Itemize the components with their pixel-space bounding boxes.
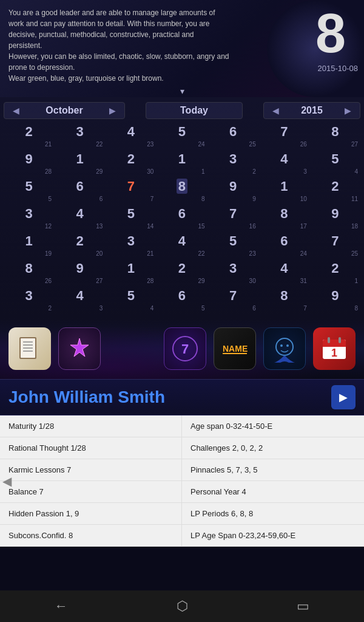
cal-main-number: 8 (331, 124, 339, 139)
recent-button[interactable]: ▭ (297, 598, 309, 614)
cal-main-number: 5 (229, 233, 237, 248)
cal-main-number: 7 (127, 179, 135, 194)
calendar-cell[interactable]: 43 (55, 287, 105, 313)
calendar-cell[interactable]: 99 (208, 177, 258, 204)
calendar-cell[interactable]: 524 (157, 123, 207, 149)
calendar-cell[interactable]: 88 (157, 177, 207, 204)
cal-sub-number: 11 (351, 196, 358, 202)
app-book[interactable] (8, 327, 51, 370)
calendar-cell[interactable]: 514 (106, 205, 156, 231)
calendar-cell[interactable]: 615 (157, 205, 207, 231)
cal-main-number: 2 (76, 233, 84, 248)
calendar-cell[interactable]: 624 (259, 232, 309, 259)
cal-sub-number: 1 (354, 278, 358, 284)
calendar-cell[interactable]: 110 (259, 177, 309, 204)
month-prev-arrow[interactable]: ◀ (9, 106, 23, 115)
cal-sub-number: 8 (354, 305, 358, 312)
calendar-cell[interactable]: 230 (106, 150, 156, 177)
calendar-cell[interactable]: 918 (310, 205, 360, 231)
calendar-cell[interactable]: 76 (208, 287, 258, 313)
app-calendar2[interactable]: 1 (313, 327, 356, 370)
calendar-cell[interactable]: 625 (208, 123, 258, 149)
calendar-cell[interactable]: 321 (106, 232, 156, 259)
calendar-cell[interactable]: 98 (310, 287, 360, 313)
svg-point-12 (276, 338, 293, 355)
cal-main-number: 4 (280, 151, 288, 166)
today-nav[interactable]: Today (146, 102, 243, 119)
month-next-arrow[interactable]: ▶ (106, 106, 120, 115)
year-next-arrow[interactable]: ▶ (341, 106, 355, 115)
year-prev-arrow[interactable]: ◀ (269, 106, 283, 115)
apps-row: 7 NAME 1 (0, 318, 364, 379)
cal-sub-number: 5 (49, 196, 52, 202)
svg-rect-11 (223, 353, 247, 354)
calendar-cell[interactable]: 229 (157, 259, 207, 286)
cal-sub-number: 1 (201, 168, 205, 175)
cal-sub-number: 9 (252, 196, 256, 202)
cal-sub-number: 22 (198, 250, 204, 257)
calendar-cell[interactable]: 423 (106, 123, 156, 149)
app-numerology[interactable]: 7 (164, 327, 206, 370)
calendar-cell[interactable]: 54 (310, 150, 360, 177)
cal-main-number: 3 (229, 151, 237, 166)
cal-sub-number: 29 (198, 278, 204, 284)
calendar-cell[interactable]: 431 (259, 259, 309, 286)
calendar-cell[interactable]: 87 (259, 287, 309, 313)
info-text: You are a good leader and are able to ma… (8, 7, 263, 84)
calendar-cell[interactable]: 54 (106, 287, 156, 313)
calendar-cell[interactable]: 413 (55, 205, 105, 231)
calendar-cell[interactable]: 21 (310, 259, 360, 286)
app-star[interactable] (58, 327, 101, 370)
calendar-cell[interactable]: 330 (208, 259, 258, 286)
data-left-arrow[interactable]: ◀ (0, 469, 14, 493)
calendar-cell[interactable]: 129 (55, 150, 105, 177)
calendar-cell[interactable]: 66 (55, 177, 105, 204)
cal-main-number: 3 (127, 233, 135, 248)
cal-sub-number: 5 (201, 305, 205, 312)
calendar-cell[interactable]: 422 (157, 232, 207, 259)
cal-main-number: 9 (229, 179, 237, 194)
calendar-cell[interactable]: 221 (4, 123, 54, 149)
app-face[interactable] (263, 327, 306, 370)
svg-rect-20 (339, 337, 341, 343)
calendar-cell[interactable]: 726 (259, 123, 309, 149)
svg-point-13 (280, 344, 283, 347)
calendar-cell[interactable]: 716 (208, 205, 258, 231)
calendar-cell[interactable]: 32 (4, 287, 54, 313)
calendar-cell[interactable]: 312 (4, 205, 54, 231)
calendar-cell[interactable]: 55 (4, 177, 54, 204)
play-button[interactable] (331, 385, 356, 409)
calendar-cell[interactable]: 32 (208, 150, 258, 177)
cal-sub-number: 3 (303, 168, 307, 175)
home-button[interactable]: ⬡ (177, 598, 188, 614)
cal-main-number: 4 (76, 288, 84, 303)
cal-sub-number: 28 (147, 278, 153, 284)
calendar-cell[interactable]: 11 (157, 150, 207, 177)
calendar-cell[interactable]: 826 (4, 259, 54, 286)
cal-sub-number: 27 (351, 141, 358, 148)
cal-main-number: 3 (229, 261, 237, 276)
cal-main-number: 6 (76, 179, 84, 194)
calendar-cell[interactable]: 119 (4, 232, 54, 259)
calendar-cell[interactable]: 523 (208, 232, 258, 259)
calendar-cell[interactable]: 725 (310, 232, 360, 259)
cal-sub-number: 19 (45, 250, 52, 257)
app-name[interactable]: NAME (214, 327, 256, 370)
calendar-cell[interactable]: 220 (55, 232, 105, 259)
calendar-cell[interactable]: 827 (310, 123, 360, 149)
calendar-cell[interactable]: 128 (106, 259, 156, 286)
calendar-cell[interactable]: 817 (259, 205, 309, 231)
calendar-cell[interactable]: 77 (106, 177, 156, 204)
info-panel: 8 2015-10-08 You are a good leader and a… (0, 0, 364, 97)
data-cell-right: Age span 0-32-41-50-E (182, 415, 364, 437)
calendar-cell[interactable]: 43 (259, 150, 309, 177)
calendar-cell[interactable]: 211 (310, 177, 360, 204)
cal-main-number: 5 (178, 124, 186, 139)
calendar-cell[interactable]: 927 (55, 259, 105, 286)
life-number: 8 (315, 6, 346, 61)
data-cell-right: Pinnacles 5, 7, 3, 5 (182, 459, 364, 481)
calendar-cell[interactable]: 65 (157, 287, 207, 313)
calendar-cell[interactable]: 928 (4, 150, 54, 177)
calendar-cell[interactable]: 322 (55, 123, 105, 149)
back-button[interactable]: ← (55, 598, 68, 614)
